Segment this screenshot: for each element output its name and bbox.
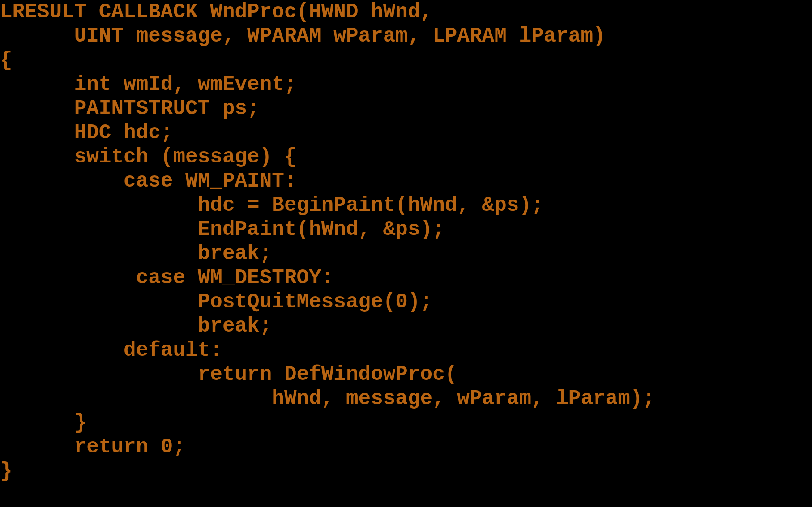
code-block: LRESULT CALLBACK WndProc(HWND hWnd, UINT… bbox=[0, 0, 812, 483]
